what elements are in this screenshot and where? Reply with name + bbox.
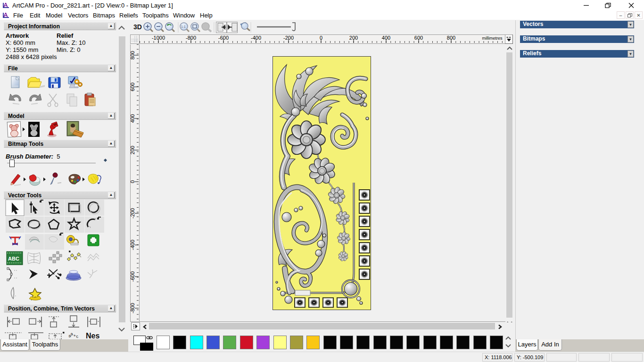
svg-text:800: 800 [447,35,455,41]
svg-text:-400: -400 [131,240,135,250]
svg-text:aa+c: aa+c [67,330,79,339]
svg-text:0: 0 [320,35,322,41]
svg-text:-200: -200 [131,208,135,219]
svg-text:1:1: 1:1 [181,25,186,28]
svg-text:400: 400 [131,114,135,123]
svg-text:ABC: ABC [8,256,19,261]
svg-text:-400: -400 [251,35,261,41]
svg-text:-800: -800 [186,35,196,41]
svg-text:-600: -600 [131,271,135,282]
svg-text:Nes: Nes [86,332,99,339]
svg-text:0: 0 [131,180,135,183]
svg-text:-1000: -1000 [152,35,165,41]
svg-text:-600: -600 [218,35,229,41]
svg-text:millimetres: millimetres [482,36,503,41]
svg-text:200: 200 [131,146,135,154]
svg-text:3D: 3D [133,23,142,31]
svg-text:-200: -200 [283,35,294,41]
svg-text:800: 800 [131,51,135,59]
svg-text:600: 600 [131,83,135,91]
svg-text:400: 400 [382,35,390,41]
svg-text:200: 200 [349,35,358,41]
svg-text:600: 600 [414,35,423,41]
svg-text:-800: -800 [131,303,135,313]
